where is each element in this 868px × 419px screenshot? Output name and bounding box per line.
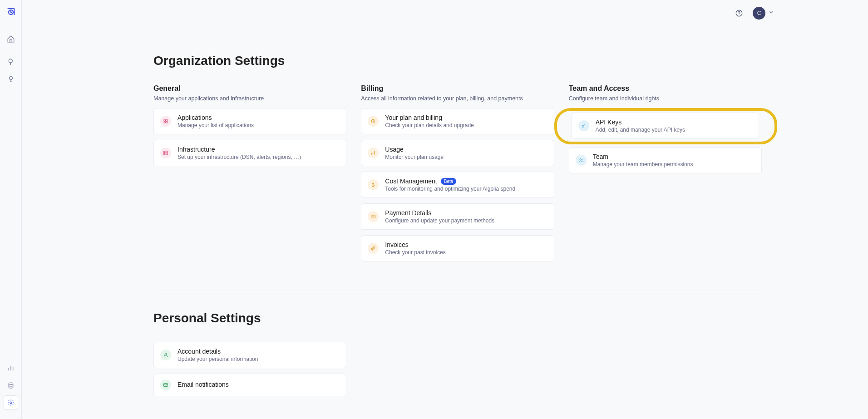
card-title: API Keys (596, 118, 622, 126)
card-sub: Update your personal information (178, 356, 340, 362)
analytics-nav-icon[interactable] (4, 361, 18, 375)
team-desc: Configure team and individual rights (569, 95, 762, 102)
card-icon (368, 211, 379, 222)
svg-point-3 (9, 383, 13, 384)
dollar-icon (368, 179, 379, 190)
card-sub: Monitor your plan usage (385, 154, 547, 160)
usage-icon (368, 148, 379, 158)
avatar-initial: C (757, 10, 761, 16)
card-sub: Configure and update your payment method… (385, 217, 547, 224)
column-billing: Billing Access all information related t… (361, 84, 554, 267)
person-icon (160, 350, 171, 360)
card-sub: Check your plan details and upgrade (385, 122, 547, 128)
card-cost-management[interactable]: Cost Management Beta Tools for monitorin… (361, 172, 554, 198)
database-nav-icon[interactable] (4, 378, 18, 393)
svg-point-6 (739, 15, 739, 15)
card-usage[interactable]: Usage Monitor your plan usage (361, 140, 554, 166)
beta-badge: Beta (441, 178, 457, 185)
card-title: Cost Management (385, 177, 437, 185)
svg-point-14 (164, 154, 165, 154)
help-icon[interactable] (734, 8, 745, 19)
card-sub: Check your past invoices (385, 249, 547, 256)
svg-rect-10 (166, 122, 168, 123)
settings-nav-icon[interactable] (4, 395, 18, 410)
card-email-notifications[interactable]: Email notifications (153, 374, 346, 396)
team-heading: Team and Access (569, 84, 762, 93)
main-area: C Organization Settings General Manage y… (22, 0, 868, 419)
mail-icon (160, 380, 171, 390)
key-icon (578, 120, 589, 131)
sidebar (0, 0, 22, 419)
user-menu[interactable]: C (753, 7, 774, 20)
svg-point-2 (9, 77, 12, 80)
org-columns: General Manage your applications and inf… (153, 84, 762, 290)
svg-rect-7 (164, 119, 166, 121)
home-nav-icon[interactable] (4, 32, 18, 46)
card-title: Infrastructure (178, 146, 215, 153)
svg-point-4 (10, 402, 12, 404)
column-general: General Manage your applications and inf… (153, 84, 346, 267)
personal-column: Account details Update your personal inf… (153, 342, 346, 396)
server-icon (160, 148, 171, 158)
card-invoices[interactable]: Invoices Check your past invoices (361, 235, 554, 261)
svg-point-20 (165, 353, 167, 355)
general-heading: General (153, 84, 346, 93)
api-keys-highlight: API Keys Add, edit, and manage your API … (554, 108, 777, 144)
svg-point-17 (582, 126, 584, 128)
content: Organization Settings General Manage you… (153, 26, 762, 414)
column-team: Team and Access Configure team and indiv… (569, 84, 762, 267)
card-sub: Add, edit, and manage your API keys (596, 127, 752, 133)
chevron-down-icon (768, 9, 774, 17)
card-title: Account details (178, 348, 221, 355)
card-sub: Manage your list of applications (178, 122, 340, 128)
card-title: Usage (385, 146, 403, 153)
search-pin-icon[interactable] (4, 54, 18, 69)
card-api-keys[interactable]: API Keys Add, edit, and manage your API … (572, 113, 759, 139)
card-plan-billing[interactable]: Your plan and billing Check your plan de… (361, 108, 554, 134)
billing-heading: Billing (361, 84, 554, 93)
svg-rect-9 (164, 122, 166, 123)
card-sub: Tools for monitoring and optimizing your… (385, 186, 547, 192)
page-title: Organization Settings (153, 54, 762, 68)
card-infrastructure[interactable]: Infrastructure Set up your infrastructur… (153, 140, 346, 166)
attachment-icon (368, 243, 379, 254)
logo-icon[interactable] (5, 5, 17, 18)
card-team[interactable]: Team Manage your team members permission… (569, 147, 762, 173)
svg-point-19 (582, 159, 583, 160)
svg-point-13 (164, 152, 165, 152)
card-title: Applications (178, 114, 212, 121)
card-applications[interactable]: Applications Manage your list of applica… (153, 108, 346, 134)
svg-rect-16 (371, 215, 375, 218)
personal-title: Personal Settings (153, 311, 762, 325)
card-title: Team (593, 153, 608, 160)
apps-icon (160, 116, 171, 127)
avatar: C (753, 7, 765, 20)
svg-rect-8 (166, 119, 168, 121)
card-title: Invoices (385, 241, 408, 248)
card-payment-details[interactable]: Payment Details Configure and update you… (361, 203, 554, 230)
billing-desc: Access all information related to your p… (361, 95, 554, 102)
svg-point-1 (9, 59, 12, 63)
team-icon (576, 155, 587, 166)
card-title: Your plan and billing (385, 114, 442, 121)
idea-pin-icon[interactable] (4, 72, 18, 86)
card-account-details[interactable]: Account details Update your personal inf… (153, 342, 346, 368)
card-title: Payment Details (385, 209, 431, 217)
card-title: Email notifications (178, 381, 229, 388)
plan-icon (368, 116, 379, 127)
svg-point-18 (580, 159, 581, 160)
general-desc: Manage your applications and infrastruct… (153, 95, 346, 102)
card-sub: Manage your team members permissions (593, 161, 755, 168)
card-sub: Set up your infrastructure (DSN, alerts,… (178, 154, 340, 160)
content-scroll: C Organization Settings General Manage y… (22, 0, 868, 419)
